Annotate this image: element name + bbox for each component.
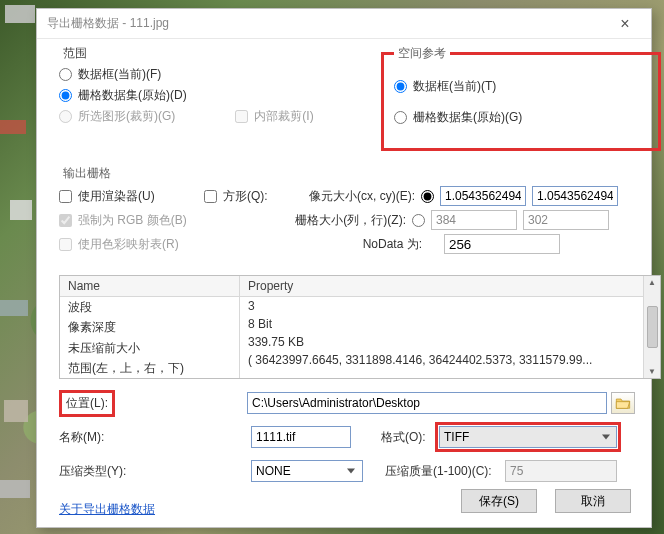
table-row: 波段 xyxy=(60,297,239,317)
sref-dataframe-label[interactable]: 数据框(当前)(T) xyxy=(413,78,496,95)
compression-type-select[interactable]: NONE xyxy=(251,460,363,482)
compression-select-wrap: NONE xyxy=(251,460,363,482)
use-renderer-label[interactable]: 使用渲染器(U) xyxy=(78,188,198,205)
extent-dataframe-label[interactable]: 数据框(当前)(F) xyxy=(78,66,161,83)
use-colormap-label: 使用色彩映射表(R) xyxy=(78,236,338,253)
col-header-property[interactable]: Property xyxy=(240,276,643,297)
extent-legend: 范围 xyxy=(59,45,91,62)
raster-size-cols-input xyxy=(431,210,517,230)
pixel-size-cx-input[interactable] xyxy=(440,186,526,206)
extent-rasterdataset-radio[interactable] xyxy=(59,89,72,102)
dialog-content: 范围 数据框(当前)(F) 栅格数据集(原始)(D) 所选图形(裁剪)(G) 内… xyxy=(37,39,651,527)
export-raster-dialog: 导出栅格数据 - 111.jpg × 范围 数据框(当前)(F) 栅格数据集(原… xyxy=(36,8,652,528)
compression-type-label: 压缩类型(Y): xyxy=(59,463,149,480)
table-row: 339.75 KB xyxy=(240,333,643,351)
raster-size-radio[interactable] xyxy=(412,214,425,227)
nodata-input[interactable] xyxy=(444,234,560,254)
titlebar: 导出栅格数据 - 111.jpg × xyxy=(37,9,651,39)
scroll-thumb[interactable] xyxy=(647,306,658,348)
output-raster-fieldset: 输出栅格 使用渲染器(U) 方形(Q): 像元大小(cx, cy)(E): 强制… xyxy=(59,165,661,267)
cancel-button[interactable]: 取消 xyxy=(555,489,631,513)
compression-quality-label: 压缩质量(1-100)(C): xyxy=(385,463,505,480)
browse-folder-button[interactable] xyxy=(611,392,635,414)
raster-size-label: 栅格大小(列，行)(Z): xyxy=(284,212,406,229)
pixel-size-cy-input[interactable] xyxy=(532,186,618,206)
pixel-size-label: 像元大小(cx, cy)(E): xyxy=(297,188,415,205)
save-button[interactable]: 保存(S) xyxy=(461,489,537,513)
compression-quality-input xyxy=(505,460,617,482)
name-input[interactable] xyxy=(251,426,351,448)
window-title: 导出栅格数据 - 111.jpg xyxy=(47,15,605,32)
internal-clip-checkbox xyxy=(235,110,248,123)
location-input[interactable] xyxy=(247,392,607,414)
table-scrollbar[interactable]: ▲ ▼ xyxy=(643,276,660,378)
close-icon[interactable]: × xyxy=(605,15,645,33)
extent-fieldset: 范围 数据框(当前)(F) 栅格数据集(原始)(D) 所选图形(裁剪)(G) 内… xyxy=(59,45,381,155)
name-label: 名称(M): xyxy=(59,429,139,446)
table-row: 范围(左，上，右，下) xyxy=(60,358,239,378)
spatial-ref-fieldset: 空间参考 数据框(当前)(T) 栅格数据集(原始)(G) xyxy=(381,45,661,151)
force-rgb-checkbox xyxy=(59,214,72,227)
scroll-up-icon[interactable]: ▲ xyxy=(648,278,656,287)
use-colormap-checkbox xyxy=(59,238,72,251)
extent-selected-graphics-radio xyxy=(59,110,72,123)
property-table: Name 波段 像素深度 未压缩前大小 范围(左，上，右，下) Property… xyxy=(59,275,661,379)
square-checkbox[interactable] xyxy=(204,190,217,203)
table-row: 未压缩前大小 xyxy=(60,338,239,358)
format-select[interactable]: TIFF xyxy=(439,426,617,448)
output-raster-legend: 输出栅格 xyxy=(59,165,115,182)
internal-clip-label: 内部裁剪(I) xyxy=(254,108,313,125)
raster-size-rows-input xyxy=(523,210,609,230)
spatial-ref-legend: 空间参考 xyxy=(394,45,450,62)
square-label[interactable]: 方形(Q): xyxy=(223,188,291,205)
extent-selected-graphics-label: 所选图形(裁剪)(G) xyxy=(78,108,175,125)
format-select-wrap: TIFF xyxy=(435,422,621,452)
button-bar: 保存(S) 取消 xyxy=(461,489,631,513)
table-row: ( 36423997.6645, 3311898.4146, 36424402.… xyxy=(240,351,643,369)
location-label: 位置(L): xyxy=(59,390,115,417)
force-rgb-label: 强制为 RGB 颜色(B) xyxy=(78,212,278,229)
scroll-down-icon[interactable]: ▼ xyxy=(648,367,656,376)
sref-rasterdataset-radio[interactable] xyxy=(394,111,407,124)
nodata-label: NoData 为: xyxy=(344,236,422,253)
table-row: 3 xyxy=(240,297,643,315)
folder-icon xyxy=(615,396,631,410)
table-row: 8 Bit xyxy=(240,315,643,333)
extent-dataframe-radio[interactable] xyxy=(59,68,72,81)
col-header-name[interactable]: Name xyxy=(60,276,239,297)
pixel-size-radio[interactable] xyxy=(421,190,434,203)
table-row: 像素深度 xyxy=(60,317,239,337)
use-renderer-checkbox[interactable] xyxy=(59,190,72,203)
about-export-link[interactable]: 关于导出栅格数据 xyxy=(59,501,155,518)
extent-rasterdataset-label[interactable]: 栅格数据集(原始)(D) xyxy=(78,87,187,104)
format-label: 格式(O): xyxy=(381,429,435,446)
sref-dataframe-radio[interactable] xyxy=(394,80,407,93)
sref-rasterdataset-label[interactable]: 栅格数据集(原始)(G) xyxy=(413,109,522,126)
